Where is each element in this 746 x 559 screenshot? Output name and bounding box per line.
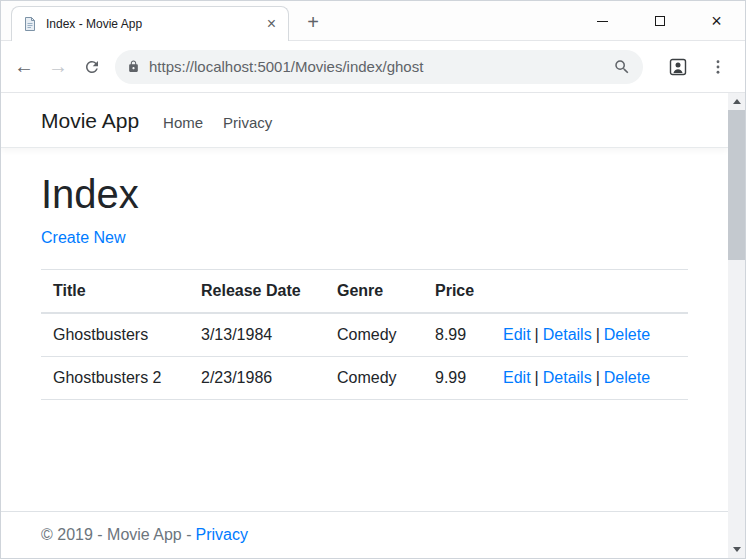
close-icon: × [711,12,722,30]
page-favicon-icon [22,16,38,32]
toolbar-right [655,50,735,84]
action-separator: | [535,326,539,343]
browser-tab[interactable]: Index - Movie App × [11,6,289,41]
cell-actions: Edit|Details|Delete [491,313,688,357]
column-header-price: Price [423,270,491,314]
action-separator: | [596,369,600,386]
footer-privacy-link[interactable]: Privacy [196,526,248,543]
back-button[interactable]: ← [7,50,41,84]
maximize-button[interactable] [631,1,688,41]
cell-price: 8.99 [423,313,491,357]
delete-link[interactable]: Delete [604,369,650,386]
brand-link[interactable]: Movie App [41,109,139,133]
refresh-button[interactable] [75,50,109,84]
cell-genre: Comedy [325,313,423,357]
tab-strip: Index - Movie App × + × [1,1,745,41]
create-new-link[interactable]: Create New [41,229,125,246]
column-header-release-date: Release Date [189,270,325,314]
delete-link[interactable]: Delete [604,326,650,343]
menu-icon [709,58,727,76]
minimize-button[interactable] [574,1,631,41]
site-navbar: Movie App Home Privacy [1,93,728,148]
new-tab-button[interactable]: + [301,11,325,34]
maximize-icon [655,16,665,26]
browser-window: Index - Movie App × + × ← → https://loca… [0,0,746,559]
table-header-row: Title Release Date Genre Price [41,270,688,314]
cell-title: Ghostbusters [41,313,189,357]
scroll-thumb[interactable] [728,110,745,260]
action-separator: | [596,326,600,343]
browser-toolbar: ← → https://localhost:5001/Movies/index/… [1,41,745,93]
menu-button[interactable] [701,50,735,84]
cell-actions: Edit|Details|Delete [491,357,688,400]
site-footer: © 2019 - Movie App -Privacy [1,511,728,558]
cell-price: 9.99 [423,357,491,400]
table-row: Ghostbusters 2 2/23/1986 Comedy 9.99 Edi… [41,357,688,400]
nav-link-home[interactable]: Home [163,114,203,131]
cell-title: Ghostbusters 2 [41,357,189,400]
details-link[interactable]: Details [543,369,592,386]
movies-table: Title Release Date Genre Price Ghostbust… [41,269,688,400]
cell-release-date: 3/13/1984 [189,313,325,357]
forward-button[interactable]: → [41,50,75,84]
details-link[interactable]: Details [543,326,592,343]
profile-button[interactable] [661,50,695,84]
column-header-actions [491,270,688,314]
scroll-down-button[interactable] [728,541,745,558]
table-row: Ghostbusters 3/13/1984 Comedy 8.99 Edit|… [41,313,688,357]
page-title: Index [41,172,688,217]
url-text[interactable]: https://localhost:5001/Movies/index/ghos… [149,58,613,75]
lock-icon[interactable] [127,60,140,73]
close-button[interactable]: × [688,1,745,41]
edit-link[interactable]: Edit [503,369,531,386]
page-viewport: Movie App Home Privacy Index Create New … [1,93,745,558]
address-bar[interactable]: https://localhost:5001/Movies/index/ghos… [115,50,643,84]
column-header-genre: Genre [325,270,423,314]
scroll-down-icon [733,547,741,552]
window-controls: × [574,1,745,41]
column-header-title: Title [41,270,189,314]
tab-close-icon[interactable]: × [261,14,282,34]
action-separator: | [535,369,539,386]
edit-link[interactable]: Edit [503,326,531,343]
search-icon[interactable] [613,58,631,76]
profile-icon [668,57,688,77]
cell-genre: Comedy [325,357,423,400]
footer-text: © 2019 - Movie App - [41,526,192,543]
scroll-up-icon [733,99,741,104]
cell-release-date: 2/23/1986 [189,357,325,400]
scroll-up-button[interactable] [728,93,745,110]
main-content: Index Create New Title Release Date Genr… [1,148,728,511]
tab-title: Index - Movie App [46,17,261,31]
minimize-icon [597,21,608,22]
scrollbar[interactable] [728,93,745,558]
nav-link-privacy[interactable]: Privacy [223,114,272,131]
refresh-icon [83,58,101,76]
